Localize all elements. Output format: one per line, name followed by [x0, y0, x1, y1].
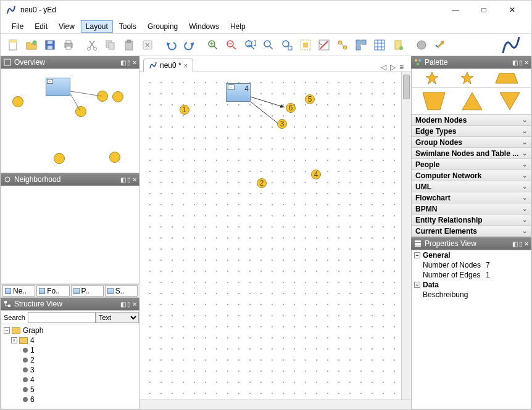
minimize-button[interactable]: — — [441, 1, 470, 19]
palette-cat-er[interactable]: Entity Relationship⌄ — [412, 215, 531, 226]
overview-header[interactable]: Overview ◧ ▯ ✕ — [1, 56, 139, 68]
star-shape-icon[interactable] — [459, 71, 476, 86]
maximize-button[interactable]: □ — [470, 1, 498, 19]
palette-cat-group-nodes[interactable]: Group Nodes⌄ — [412, 137, 531, 148]
palette-cat-edge-types[interactable]: Edge Types⌄ — [412, 126, 531, 137]
search-input[interactable] — [28, 312, 96, 323]
panel-close-icon[interactable]: ✕ — [524, 240, 529, 247]
menu-help[interactable]: Help — [225, 20, 251, 33]
mini-tab-p[interactable]: P.. — [71, 285, 104, 297]
panel-close-icon[interactable]: ✕ — [132, 59, 137, 66]
canvas-node-4[interactable]: 4 — [311, 170, 321, 179]
palette-cat-uml[interactable]: UML⌄ — [412, 181, 531, 192]
zoom-fit-icon[interactable] — [260, 36, 277, 54]
fit-selection-icon[interactable] — [297, 36, 314, 54]
tree-node[interactable]: 3 — [4, 365, 136, 375]
star-shape-icon[interactable] — [423, 71, 441, 86]
paste-icon[interactable] — [120, 36, 138, 54]
panel-float-icon[interactable]: ▯ — [127, 301, 131, 308]
panel-close-icon[interactable]: ✕ — [132, 301, 137, 308]
prop-row[interactable]: Number of Edges1 — [412, 270, 531, 280]
cut-icon[interactable] — [83, 36, 101, 54]
panel-float-icon[interactable]: ▯ — [127, 176, 131, 183]
open-icon[interactable] — [23, 36, 40, 54]
tree-group[interactable]: + 4 — [4, 335, 136, 345]
panel-float-icon[interactable]: ▯ — [519, 59, 523, 66]
menu-edit[interactable]: Edit — [30, 20, 52, 33]
trapezoid-down-shape-icon[interactable] — [422, 90, 446, 112]
structure-tree[interactable]: − Graph + 4 1 2 3 4 5 6 — [1, 324, 139, 409]
panel-dock-icon[interactable]: ◧ — [120, 176, 126, 183]
canvas-node-2[interactable]: 2 — [257, 178, 267, 188]
zoom-11-icon[interactable]: 1:1 — [241, 36, 259, 54]
menu-grouping[interactable]: Grouping — [143, 20, 183, 33]
prop-section-general[interactable]: −General — [412, 250, 531, 260]
print-icon[interactable] — [60, 36, 77, 54]
overview-panel[interactable]: - — [1, 68, 139, 173]
menu-file[interactable]: File — [7, 20, 28, 33]
tree-root[interactable]: − Graph — [4, 326, 136, 335]
panel-dock-icon[interactable]: ◧ — [512, 59, 518, 66]
panel-dock-icon[interactable]: ◧ — [120, 301, 126, 308]
copy-icon[interactable] — [102, 36, 119, 54]
tab-next-icon[interactable]: ▷ — [390, 63, 396, 72]
palette-cat-swimlane[interactable]: Swimlane Nodes and Table ...⌄ — [412, 148, 531, 159]
tab-close-icon[interactable]: × — [184, 62, 188, 69]
palette-cat-flowchart[interactable]: Flowchart⌄ — [412, 192, 531, 203]
canvas-node-5[interactable]: 5 — [305, 94, 315, 104]
canvas-node-6[interactable]: 6 — [286, 103, 296, 113]
nav-mode-icon[interactable] — [334, 36, 351, 54]
palette-cat-current[interactable]: Current Elements⌄ — [412, 226, 531, 237]
delete-icon[interactable] — [139, 36, 156, 54]
mini-tab-neighborhood[interactable]: Ne.. — [2, 285, 35, 297]
canvas-group-node[interactable]: - 4 — [226, 83, 251, 102]
close-button[interactable]: ✕ — [498, 1, 526, 19]
palette-header[interactable]: Palette ◧ ▯ ✕ — [411, 56, 531, 68]
triangle-down-shape-icon[interactable] — [499, 90, 521, 112]
menu-windows[interactable]: Windows — [184, 20, 224, 33]
menu-view[interactable]: View — [54, 20, 80, 33]
panel-dock-icon[interactable]: ◧ — [512, 240, 518, 247]
trapezoid-shape-icon[interactable] — [494, 71, 519, 86]
graph-canvas[interactable]: - 4 1 2 3 4 5 6 — [139, 72, 401, 400]
prop-row[interactable]: Beschreibung — [412, 290, 531, 300]
undo-icon[interactable] — [162, 36, 180, 54]
settings-icon[interactable] — [431, 36, 449, 54]
mini-tab-fo[interactable]: Fo.. — [36, 285, 69, 297]
menu-layout[interactable]: Layout — [81, 20, 113, 33]
triangle-shape-icon[interactable] — [461, 90, 483, 112]
neighborhood-header[interactable]: Neighborhood ◧ ▯ ✕ — [1, 173, 139, 186]
group-icon[interactable] — [413, 36, 430, 54]
zoom-out-icon[interactable] — [223, 36, 240, 54]
search-mode-select[interactable]: Text — [96, 312, 139, 323]
tab-prev-icon[interactable]: ◁ — [381, 63, 386, 72]
tree-node[interactable]: 4 — [4, 375, 136, 385]
panel-float-icon[interactable]: ▯ — [127, 59, 131, 66]
tree-node[interactable]: 2 — [4, 355, 136, 365]
properties-header[interactable]: Properties View ◧ ▯ ✕ — [411, 237, 531, 250]
edit-mode-icon[interactable] — [315, 36, 333, 54]
palette-cat-bpmn[interactable]: BPMN⌄ — [412, 203, 531, 215]
new-doc-icon[interactable] — [4, 36, 22, 54]
structure-header[interactable]: Structure View ◧ ▯ ✕ — [1, 298, 139, 310]
palette-cat-network[interactable]: Computer Network⌄ — [412, 170, 531, 181]
document-tab[interactable]: neu0 * × — [143, 59, 193, 72]
redo-icon[interactable] — [181, 36, 198, 54]
collapse-icon[interactable]: − — [414, 282, 420, 288]
panel-dock-icon[interactable]: ◧ — [120, 59, 126, 66]
prop-row[interactable]: Number of Nodes7 — [412, 260, 531, 270]
scrollbar-thumb[interactable] — [403, 75, 410, 99]
horizontal-scrollbar[interactable] — [139, 400, 411, 409]
menu-tools[interactable]: Tools — [114, 20, 141, 33]
zoom-in-icon[interactable] — [204, 36, 222, 54]
tree-node[interactable]: 5 — [4, 385, 136, 395]
canvas-node-3[interactable]: 3 — [277, 119, 287, 129]
collapse-icon[interactable]: − — [4, 327, 10, 334]
expand-icon[interactable]: + — [11, 337, 17, 343]
prop-section-data[interactable]: −Data — [412, 280, 531, 290]
save-icon[interactable] — [41, 36, 59, 54]
panel-close-icon[interactable]: ✕ — [524, 59, 529, 66]
collapse-icon[interactable]: − — [414, 252, 420, 258]
layout-icon[interactable] — [352, 36, 370, 54]
grid-icon[interactable] — [371, 36, 388, 54]
